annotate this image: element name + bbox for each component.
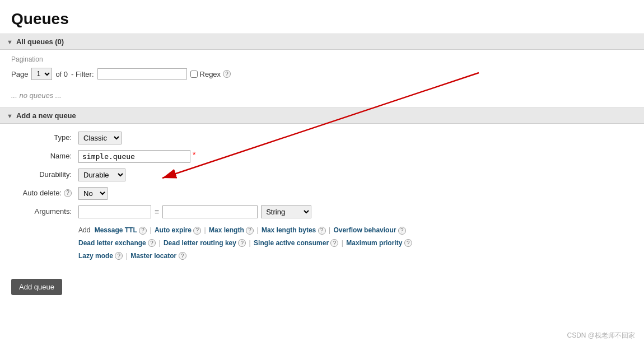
auto-delete-label: Auto delete: ? <box>11 187 78 197</box>
arg-link-lazy-mode[interactable]: Lazy mode <box>78 252 113 260</box>
arguments-val-input[interactable] <box>162 205 258 218</box>
add-queue-form: Type: Classic Quorum Name: * Durability:… <box>0 124 644 273</box>
master-locator-help[interactable]: ? <box>179 252 186 260</box>
required-star: * <box>193 150 195 159</box>
single-active-consumer-help[interactable]: ? <box>330 239 338 247</box>
all-queues-header[interactable]: ▼ All queues (0) <box>0 34 644 50</box>
of-label: of 0 <box>55 70 68 78</box>
add-queue-button[interactable]: Add queue <box>11 279 62 295</box>
arg-link-overflow-behaviour[interactable]: Overflow behaviour <box>333 226 396 234</box>
overflow-behaviour-help[interactable]: ? <box>398 227 406 235</box>
maximum-priority-help[interactable]: ? <box>404 239 412 247</box>
arguments-inputs-row: = String Number Boolean <box>78 205 311 218</box>
regex-label[interactable]: Regex ? <box>190 70 231 78</box>
arg-link-dead-letter-routing-key[interactable]: Dead letter routing key <box>164 239 236 247</box>
auto-delete-row: Auto delete: ? No Yes <box>11 187 633 200</box>
add-links-section: Add Message TTL ? | Auto expire ? | Max … <box>78 224 633 262</box>
durability-row: Durability: Durable Transient <box>11 169 633 181</box>
arguments-row: Arguments: = String Number Boolean <box>11 205 633 218</box>
type-row: Type: Classic Quorum <box>11 132 633 144</box>
regex-help-icon[interactable]: ? <box>223 70 231 78</box>
dead-letter-exchange-help[interactable]: ? <box>148 239 156 247</box>
name-row: Name: * <box>11 150 633 163</box>
auto-expire-help[interactable]: ? <box>193 227 201 235</box>
max-length-help[interactable]: ? <box>246 227 254 235</box>
page-label: Page <box>11 70 28 78</box>
arguments-inputs: = String Number Boolean <box>78 205 311 218</box>
add-queue-collapse-icon: ▼ <box>7 113 13 119</box>
name-input[interactable] <box>78 150 190 163</box>
dead-letter-routing-key-help[interactable]: ? <box>238 239 246 247</box>
page-title: Queues <box>0 0 644 34</box>
pagination-label: Pagination <box>11 55 633 63</box>
durability-label: Durability: <box>11 169 78 179</box>
arguments-label: Arguments: <box>11 205 78 216</box>
page-wrapper: Queues ▼ All queues (0) Pagination Page … <box>0 0 644 346</box>
add-label: Add <box>78 226 90 234</box>
arg-link-max-length[interactable]: Max length <box>209 226 244 234</box>
max-length-bytes-help[interactable]: ? <box>318 227 326 235</box>
page-select[interactable]: 1 <box>31 68 52 80</box>
no-queues-text: ... no queues ... <box>0 83 644 107</box>
auto-delete-help-icon[interactable]: ? <box>64 189 72 197</box>
arg-link-dead-letter-exchange[interactable]: Dead letter exchange <box>78 239 146 247</box>
arg-link-maximum-priority[interactable]: Maximum priority <box>346 239 402 247</box>
type-select[interactable]: Classic Quorum <box>78 132 122 144</box>
add-queue-label: Add a new queue <box>16 111 76 120</box>
name-label: Name: <box>11 150 78 160</box>
arg-link-single-active-consumer[interactable]: Single active consumer <box>254 239 329 247</box>
equals-sign: = <box>155 208 159 217</box>
pagination-controls: Page 1 of 0 - Filter: Regex ? <box>11 68 633 80</box>
message-ttl-help[interactable]: ? <box>139 227 147 235</box>
arg-link-message-ttl[interactable]: Message TTL <box>95 226 137 234</box>
regex-checkbox[interactable] <box>190 71 198 78</box>
auto-delete-select[interactable]: No Yes <box>78 187 108 200</box>
arg-link-max-length-bytes[interactable]: Max length bytes <box>262 226 316 234</box>
arg-link-auto-expire[interactable]: Auto expire <box>155 226 192 234</box>
arg-link-master-locator[interactable]: Master locator <box>130 252 176 260</box>
auto-delete-label-wrap: Auto delete: ? <box>11 189 72 197</box>
lazy-mode-help[interactable]: ? <box>115 252 123 260</box>
type-label: Type: <box>11 132 78 142</box>
regex-text: Regex <box>200 70 221 78</box>
arguments-key-input[interactable] <box>78 205 151 218</box>
durability-select[interactable]: Durable Transient <box>78 169 125 181</box>
add-queue-header[interactable]: ▼ Add a new queue <box>0 107 644 124</box>
watermark: CSDN @栈老师不回家 <box>567 331 635 340</box>
collapse-icon: ▼ <box>7 39 13 45</box>
arguments-type-select[interactable]: String Number Boolean <box>261 205 311 218</box>
filter-input[interactable] <box>97 68 187 80</box>
filter-label: - Filter: <box>71 70 94 78</box>
all-queues-label: All queues (0) <box>16 38 64 46</box>
pagination-section: Pagination Page 1 of 0 - Filter: Regex ? <box>0 50 644 83</box>
